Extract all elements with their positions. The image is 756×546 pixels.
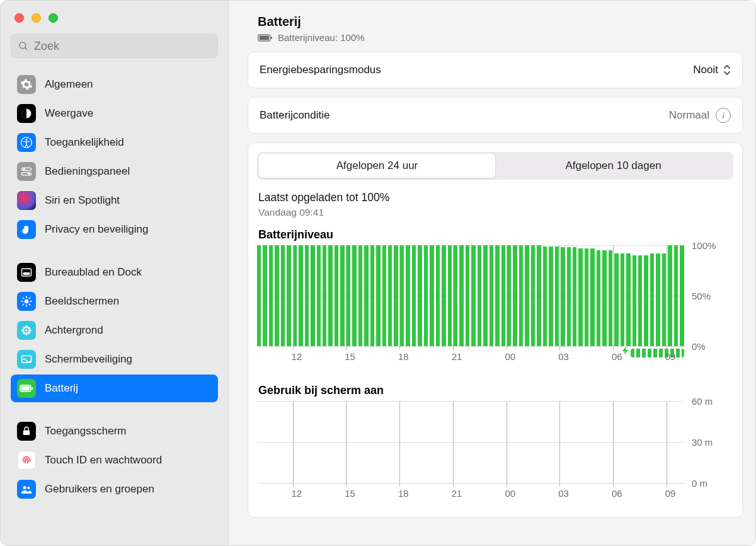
svg-rect-10: [23, 273, 30, 275]
bar: [590, 248, 594, 346]
condition-value-wrap: Normaal i: [669, 108, 731, 123]
seg-24h[interactable]: Afgelopen 24 uur: [259, 154, 495, 178]
bar: [478, 245, 481, 346]
bar: [602, 250, 606, 346]
xtick: 12: [292, 488, 302, 499]
bar: [305, 245, 309, 346]
bar: [513, 245, 517, 346]
gridline: [613, 401, 614, 487]
xtick: 09: [665, 351, 676, 362]
bar: [412, 245, 416, 346]
sidebar-item-touchid[interactable]: Touch ID en wachtwoord: [11, 446, 218, 474]
bar: [633, 255, 636, 346]
xtick: 06: [612, 488, 622, 499]
condition-card: Batterijconditie Normaal i: [248, 97, 743, 134]
page-title: Batterij: [258, 15, 743, 29]
minimize-window-button[interactable]: [32, 13, 41, 23]
sidebar-item-displays[interactable]: Beeldschermen: [11, 288, 218, 315]
sidebar-item-label: Weergave: [45, 107, 93, 120]
svg-point-35: [26, 433, 27, 434]
svg-point-27: [27, 326, 31, 330]
sidebar-item-screensaver[interactable]: Schermbeveiliging: [11, 346, 218, 373]
low-power-value: Nooit: [693, 64, 718, 76]
svg-rect-40: [260, 35, 269, 40]
bar: [370, 245, 374, 346]
svg-rect-31: [21, 386, 30, 391]
sidebar-item-accessibility[interactable]: Toegankelijkheid: [11, 129, 218, 156]
gridline: [507, 245, 507, 350]
last-charged: Laatst opgeladen tot 100% Vandaag 09:41: [258, 191, 732, 218]
svg-point-26: [27, 331, 31, 335]
chart-screen-on: 60 m 30 m 0 m: [257, 401, 733, 483]
svg-line-16: [23, 298, 24, 299]
sidebar-item-label: Toegankelijkheid: [45, 136, 124, 149]
xtick: 15: [345, 488, 355, 499]
condition-row[interactable]: Batterijconditie Normaal i: [248, 98, 742, 133]
info-icon[interactable]: i: [716, 108, 731, 123]
bar: [311, 245, 314, 346]
sidebar-item-battery[interactable]: Batterij: [11, 375, 218, 402]
svg-line-17: [29, 304, 30, 305]
sidebar-item-siri[interactable]: Siri en Spotlight: [11, 187, 218, 214]
xtick: 18: [398, 351, 409, 362]
bar: [328, 245, 332, 346]
sidebar-item-wallpaper[interactable]: Achtergrond: [11, 317, 218, 344]
svg-rect-9: [22, 269, 32, 276]
sidebar-item-label: Beeldschermen: [45, 295, 119, 308]
bar: [483, 245, 487, 346]
low-power-popup[interactable]: Nooit: [693, 64, 731, 76]
sidebar-item-users[interactable]: Gebruikers en groepen: [11, 475, 218, 503]
gridline: [559, 245, 560, 350]
sidebar-item-control-center[interactable]: Bedieningspaneel: [11, 158, 218, 185]
svg-point-4: [26, 139, 28, 141]
siri-icon: [17, 191, 36, 210]
gridline: [453, 401, 454, 487]
chevron-updown-icon: [723, 64, 731, 76]
svg-line-19: [29, 298, 30, 299]
bar: [501, 245, 505, 346]
seg-10d[interactable]: Afgelopen 10 dagen: [495, 154, 731, 178]
bar: [293, 245, 297, 346]
sidebar: Algemeen Weergave Toegankelijkheid Bedie…: [1, 1, 229, 545]
gridline: [559, 401, 560, 487]
sidebar-item-label: Bureaublad en Dock: [45, 266, 142, 279]
fullscreen-window-button[interactable]: [49, 13, 58, 23]
bar: [281, 245, 285, 346]
search-icon: [18, 40, 29, 52]
bar: [597, 250, 600, 346]
appearance-icon: [17, 104, 36, 123]
sidebar-item-privacy[interactable]: Privacy en beveiliging: [11, 216, 218, 243]
bar: [585, 248, 588, 346]
bar: [436, 245, 440, 346]
gridline: [346, 401, 346, 487]
sidebar-item-appearance[interactable]: Weergave: [11, 100, 218, 127]
chart2-plot: [257, 401, 684, 483]
bar: [275, 245, 278, 346]
chart1-title: Batterijniveau: [258, 228, 733, 241]
bar: [257, 245, 261, 346]
bar: [621, 253, 624, 346]
svg-point-21: [25, 325, 27, 328]
bar: [644, 255, 648, 346]
xtick: 06: [612, 351, 622, 362]
accessibility-icon: [17, 133, 36, 152]
chart1-xaxis: 1215182100030609: [257, 351, 733, 365]
close-window-button[interactable]: [14, 13, 24, 23]
xtick: 00: [505, 488, 516, 499]
battery-level-text: Batterijniveau: 100%: [278, 32, 365, 43]
ytick: 0 m: [692, 478, 707, 489]
bar: [340, 245, 344, 346]
bar: [466, 245, 469, 346]
low-power-row[interactable]: Energiebesparingsmodus Nooit: [248, 52, 742, 88]
bar: [358, 245, 362, 346]
chart1-plot: [257, 245, 684, 346]
sidebar-item-dock[interactable]: Bureaublad en Dock: [11, 258, 218, 286]
gridline: [667, 245, 667, 350]
lock-icon: [17, 422, 36, 441]
page-header: Batterij Batterijniveau: 100%: [258, 15, 743, 43]
bar: [561, 247, 564, 346]
sidebar-item-lockscreen[interactable]: Toegangsscherm: [11, 417, 218, 445]
search-field[interactable]: [11, 34, 218, 58]
sidebar-item-general[interactable]: Algemeen: [11, 71, 218, 98]
search-input[interactable]: [34, 40, 211, 53]
